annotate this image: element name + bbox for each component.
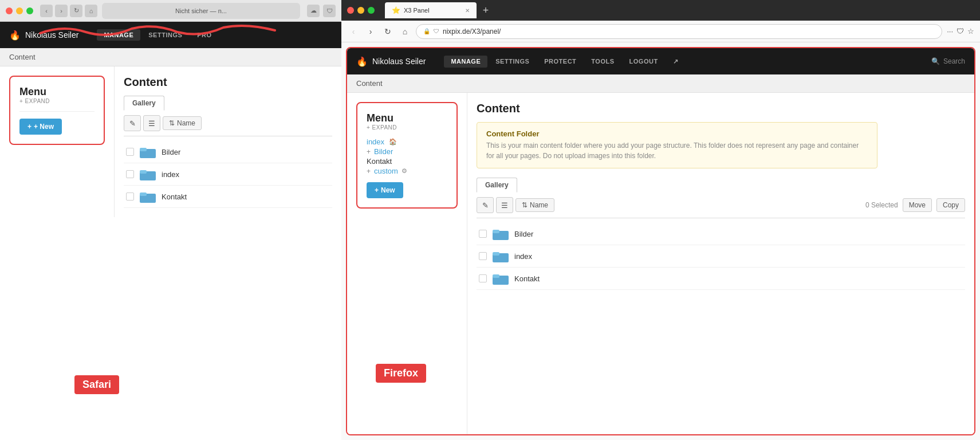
fx-selected-info: 0 Selected Move Copy [865,198,965,212]
fx-minimize-icon[interactable] [357,7,364,14]
fx-menu-link-bilder[interactable]: Bilder [374,147,393,156]
safari-refresh-button[interactable]: ↻ [70,5,82,17]
fx-new-button[interactable]: + New [367,182,403,198]
safari-back-button[interactable]: ‹ [40,5,53,17]
fx-file-toolbar: ✎ ☰ ⇅ Name 0 Selected Move Copy [477,197,965,218]
fx-checkbox-bilder[interactable] [479,230,487,238]
fx-home-button[interactable]: ⌂ [399,25,411,38]
fx-content-folder-box: Content Folder This is your main content… [477,122,877,168]
table-row: Bilder [477,223,965,245]
fx-refresh-button[interactable]: ↻ [381,25,394,38]
close-icon[interactable] [6,7,13,14]
svg-rect-11 [493,274,499,278]
firefox-new-tab-button[interactable]: + [478,2,494,18]
firefox-url-bar[interactable]: 🔒 🛡 nixpix.de/X3/panel/ [416,24,942,39]
fx-folder-icon-kontakt [493,272,509,285]
safari-shield-icon[interactable]: 🛡 [323,5,336,17]
safari-home-button[interactable]: ⌂ [85,5,97,17]
fx-nav-external-icon[interactable]: ↗ [666,56,686,68]
fx-maximize-icon[interactable] [368,7,375,14]
firefox-tab-bar: ⭐ X3 Panel ✕ + [385,2,494,18]
safari-file-toolbar: ✎ ☰ ⇅ Name [124,115,332,136]
fx-selected-count: 0 Selected [865,201,898,209]
fx-copy-btn[interactable]: Copy [936,198,965,212]
fx-nav-manage[interactable]: MANAGE [444,56,487,68]
file-checkbox-bilder[interactable] [126,148,134,156]
safari-url-text: Nicht sicher — n... [175,7,227,14]
file-name-bilder: Bilder [162,148,180,156]
fx-folder-icon-bilder [493,227,509,240]
fx-nav-logout[interactable]: LOGOUT [623,56,665,68]
safari-gallery-tab[interactable]: Gallery [124,96,164,111]
file-checkbox-index[interactable] [126,170,134,178]
maximize-icon[interactable] [26,7,33,14]
firefox-cms-body: Menu + EXPAND index 🏠 + Bild [347,93,974,434]
firefox-cms-header: 🔥 Nikolaus Seiler MANAGE SETTINGS PROTEC… [347,48,974,74]
file-checkbox-kontakt[interactable] [126,192,134,201]
safari-content-title: Content [124,76,332,89]
fx-gallery-tab[interactable]: Gallery [477,178,517,192]
list-item: Kontakt [367,157,447,166]
safari-url-bar[interactable]: Nicht sicher — n... [102,3,300,19]
fx-sort-icon: ⇅ [522,201,528,209]
table-row: index [124,163,332,186]
safari-expand-link[interactable]: + EXPAND [19,98,95,104]
safari-edit-btn[interactable]: ✎ [124,115,141,131]
minimize-icon[interactable] [16,7,23,14]
fx-expand-link[interactable]: + EXPAND [367,124,447,131]
fx-checkbox-kontakt[interactable] [479,274,487,282]
fx-shield-icon[interactable]: 🛡 [957,27,964,36]
firefox-cms-search[interactable]: 🔍 Search [931,57,965,65]
safari-sidebar: Menu + EXPAND + + New [0,66,115,217]
fx-checkbox-index[interactable] [479,252,487,260]
fx-nav-tools[interactable]: TOOLS [584,56,621,68]
safari-cms-content: 🔥 Nikolaus Seiler MANAGE SETTINGS PRO Co… [0,22,341,440]
search-icon: 🔍 [931,57,940,65]
new-button-plus: + [375,186,379,194]
x3panel-tab-label: X3 Panel [404,7,430,14]
svg-rect-5 [140,192,147,196]
firefox-traffic-lights [347,7,375,14]
fx-edit-btn[interactable]: ✎ [477,197,494,213]
fx-star-icon[interactable]: ☆ [967,27,974,36]
firefox-cms-main: Content Content Folder This is your main… [467,93,974,434]
fx-back-button[interactable]: ‹ [347,25,360,38]
annotation-squiggle [34,22,286,39]
firefox-tab-close-btn[interactable]: ✕ [465,7,470,14]
folder-icon-bilder [140,146,156,158]
fx-content-folder-title: Content Folder [486,129,868,138]
firefox-urlbar: ‹ › ↻ ⌂ 🔒 🛡 nixpix.de/X3/panel/ ··· 🛡 ☆ [341,21,980,42]
table-row: Kontakt [477,268,965,290]
fx-menu-link-index[interactable]: index [367,138,384,146]
fx-move-btn[interactable]: Move [903,198,932,212]
sort-icon: ⇅ [169,119,175,127]
fx-file-name-bilder: Bilder [514,230,533,238]
x3panel-tab-icon: ⭐ [392,6,400,14]
firefox-red-outline-frame: 🔥 Nikolaus Seiler MANAGE SETTINGS PROTEC… [346,47,975,435]
flame-icon: 🔥 [9,30,21,41]
fx-extra-btn-1[interactable]: ··· [947,27,953,36]
fx-nav-settings[interactable]: SETTINGS [489,56,536,68]
safari-share-icon[interactable]: ☁ [307,5,320,17]
firefox-tab-x3panel[interactable]: ⭐ X3 Panel ✕ [385,2,477,18]
fx-file-name-index: index [514,252,532,261]
fx-sort-btn[interactable]: ⇅ Name [515,198,554,212]
svg-rect-7 [493,230,499,233]
svg-rect-3 [140,170,147,174]
fx-menu-link-custom[interactable]: custom [374,167,398,175]
home-icon: 🏠 [389,138,397,146]
fx-close-icon[interactable] [347,7,354,14]
firefox-titlebar: ⭐ X3 Panel ✕ + [341,0,980,21]
folder-icon-index [140,168,156,180]
safari-list-btn[interactable]: ☰ [143,115,160,131]
safari-cms-main: Content Gallery ✎ ☰ ⇅ Name [115,66,341,217]
fx-toolbar-extras: ··· 🛡 ☆ [947,27,974,36]
fx-forward-button[interactable]: › [364,25,377,38]
safari-forward-button[interactable]: › [55,5,68,17]
fx-list-btn[interactable]: ☰ [496,197,513,213]
gear-icon[interactable]: ⚙ [402,167,407,175]
safari-sort-btn[interactable]: ⇅ Name [163,116,202,130]
fx-file-list: Bilder index [477,223,965,290]
safari-new-button[interactable]: + + New [19,119,62,135]
fx-nav-protect[interactable]: PROTECT [537,56,583,68]
